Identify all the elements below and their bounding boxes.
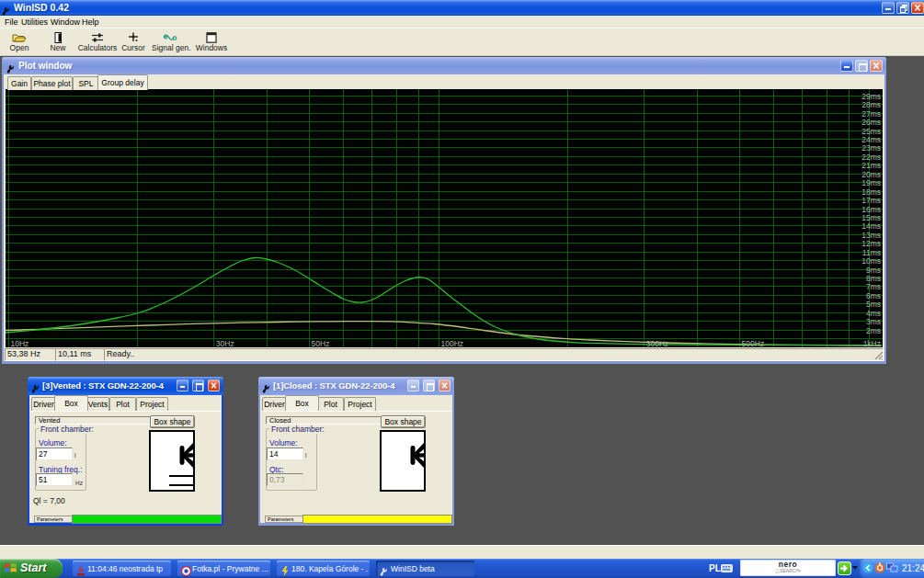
svg-text:10Hz: 10Hz bbox=[11, 339, 29, 347]
svg-text:16ms: 16ms bbox=[861, 205, 881, 214]
svg-text:26ms: 26ms bbox=[861, 118, 881, 127]
svg-text:21ms: 21ms bbox=[861, 161, 881, 170]
svg-text:5ms: 5ms bbox=[866, 300, 881, 309]
svg-text:11ms: 11ms bbox=[862, 248, 881, 257]
svg-text:10ms: 10ms bbox=[861, 256, 881, 266]
svg-text:24ms: 24ms bbox=[861, 135, 881, 144]
svg-text:22ms: 22ms bbox=[861, 153, 881, 162]
svg-text:17ms: 17ms bbox=[861, 196, 881, 205]
svg-text:20ms: 20ms bbox=[861, 170, 881, 179]
svg-text:7ms: 7ms bbox=[866, 282, 881, 291]
svg-text:9ms: 9ms bbox=[866, 266, 881, 275]
svg-text:28ms: 28ms bbox=[861, 100, 881, 109]
svg-text:50Hz: 50Hz bbox=[312, 339, 330, 347]
svg-text:12ms: 12ms bbox=[861, 239, 881, 248]
svg-text:27ms: 27ms bbox=[861, 109, 881, 119]
svg-text:8ms: 8ms bbox=[866, 274, 881, 283]
svg-text:18ms: 18ms bbox=[861, 187, 881, 197]
svg-text:14ms: 14ms bbox=[861, 221, 881, 231]
svg-text:19ms: 19ms bbox=[861, 178, 881, 187]
svg-text:13ms: 13ms bbox=[861, 231, 881, 240]
svg-text:6ms: 6ms bbox=[866, 291, 881, 300]
svg-text:300Hz: 300Hz bbox=[646, 339, 669, 347]
svg-text:500Hz: 500Hz bbox=[742, 339, 765, 347]
svg-text:100Hz: 100Hz bbox=[441, 339, 464, 347]
svg-text:23ms: 23ms bbox=[861, 143, 881, 153]
svg-text:29ms: 29ms bbox=[861, 92, 881, 101]
svg-text:4ms: 4ms bbox=[866, 309, 881, 318]
svg-text:1kHz: 1kHz bbox=[863, 339, 881, 347]
svg-text:30Hz: 30Hz bbox=[216, 339, 234, 347]
svg-text:25ms: 25ms bbox=[861, 127, 881, 136]
svg-text:15ms: 15ms bbox=[861, 213, 881, 222]
svg-text:2ms: 2ms bbox=[866, 326, 881, 335]
svg-text:3ms: 3ms bbox=[866, 317, 881, 326]
